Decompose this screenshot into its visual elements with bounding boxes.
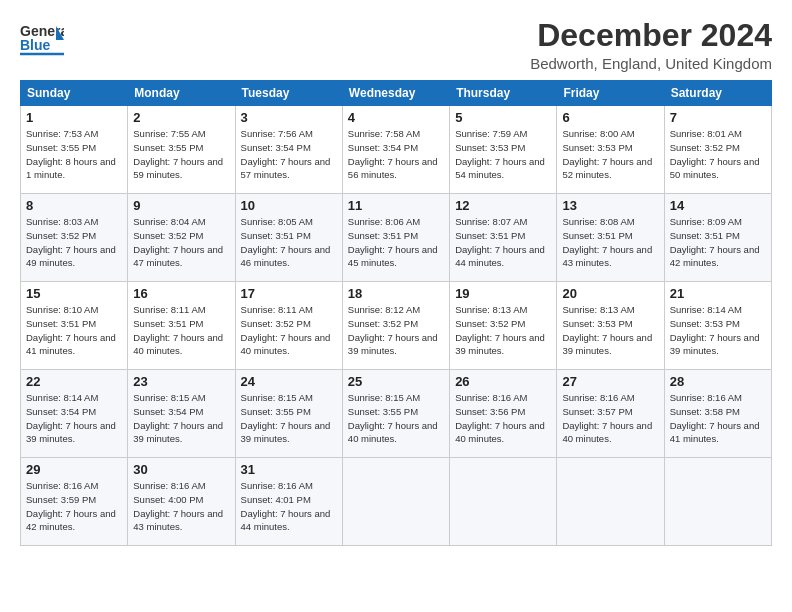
calendar-cell: 18Sunrise: 8:12 AMSunset: 3:52 PMDayligh… (342, 282, 449, 370)
calendar-cell: 8Sunrise: 8:03 AMSunset: 3:52 PMDaylight… (21, 194, 128, 282)
day-number: 29 (26, 462, 122, 477)
day-info: Sunrise: 8:04 AMSunset: 3:52 PMDaylight:… (133, 215, 229, 270)
calendar-header-tuesday: Tuesday (235, 81, 342, 106)
day-number: 12 (455, 198, 551, 213)
day-number: 16 (133, 286, 229, 301)
calendar-week-row: 22Sunrise: 8:14 AMSunset: 3:54 PMDayligh… (21, 370, 772, 458)
day-info: Sunrise: 8:06 AMSunset: 3:51 PMDaylight:… (348, 215, 444, 270)
calendar-cell (664, 458, 771, 546)
day-info: Sunrise: 8:14 AMSunset: 3:53 PMDaylight:… (670, 303, 766, 358)
day-info: Sunrise: 7:56 AMSunset: 3:54 PMDaylight:… (241, 127, 337, 182)
calendar-cell: 6Sunrise: 8:00 AMSunset: 3:53 PMDaylight… (557, 106, 664, 194)
day-info: Sunrise: 8:15 AMSunset: 3:55 PMDaylight:… (241, 391, 337, 446)
day-number: 19 (455, 286, 551, 301)
calendar-cell: 14Sunrise: 8:09 AMSunset: 3:51 PMDayligh… (664, 194, 771, 282)
day-info: Sunrise: 8:16 AMSunset: 4:00 PMDaylight:… (133, 479, 229, 534)
day-number: 27 (562, 374, 658, 389)
day-info: Sunrise: 8:15 AMSunset: 3:54 PMDaylight:… (133, 391, 229, 446)
day-number: 8 (26, 198, 122, 213)
calendar-header-wednesday: Wednesday (342, 81, 449, 106)
day-number: 21 (670, 286, 766, 301)
day-number: 20 (562, 286, 658, 301)
calendar-cell: 22Sunrise: 8:14 AMSunset: 3:54 PMDayligh… (21, 370, 128, 458)
calendar-cell (450, 458, 557, 546)
day-info: Sunrise: 8:03 AMSunset: 3:52 PMDaylight:… (26, 215, 122, 270)
calendar-cell: 5Sunrise: 7:59 AMSunset: 3:53 PMDaylight… (450, 106, 557, 194)
day-number: 31 (241, 462, 337, 477)
calendar-cell (342, 458, 449, 546)
calendar-cell: 20Sunrise: 8:13 AMSunset: 3:53 PMDayligh… (557, 282, 664, 370)
calendar-week-row: 29Sunrise: 8:16 AMSunset: 3:59 PMDayligh… (21, 458, 772, 546)
day-number: 25 (348, 374, 444, 389)
day-info: Sunrise: 8:14 AMSunset: 3:54 PMDaylight:… (26, 391, 122, 446)
calendar-cell: 19Sunrise: 8:13 AMSunset: 3:52 PMDayligh… (450, 282, 557, 370)
calendar-header-sunday: Sunday (21, 81, 128, 106)
day-number: 14 (670, 198, 766, 213)
calendar-cell: 29Sunrise: 8:16 AMSunset: 3:59 PMDayligh… (21, 458, 128, 546)
day-info: Sunrise: 8:01 AMSunset: 3:52 PMDaylight:… (670, 127, 766, 182)
day-info: Sunrise: 7:53 AMSunset: 3:55 PMDaylight:… (26, 127, 122, 182)
calendar-cell: 9Sunrise: 8:04 AMSunset: 3:52 PMDaylight… (128, 194, 235, 282)
calendar-week-row: 1Sunrise: 7:53 AMSunset: 3:55 PMDaylight… (21, 106, 772, 194)
day-info: Sunrise: 8:10 AMSunset: 3:51 PMDaylight:… (26, 303, 122, 358)
day-number: 13 (562, 198, 658, 213)
calendar-header-row: SundayMondayTuesdayWednesdayThursdayFrid… (21, 81, 772, 106)
calendar-cell: 11Sunrise: 8:06 AMSunset: 3:51 PMDayligh… (342, 194, 449, 282)
day-info: Sunrise: 8:11 AMSunset: 3:52 PMDaylight:… (241, 303, 337, 358)
title-block: December 2024 Bedworth, England, United … (530, 18, 772, 72)
day-info: Sunrise: 7:58 AMSunset: 3:54 PMDaylight:… (348, 127, 444, 182)
day-number: 23 (133, 374, 229, 389)
day-info: Sunrise: 8:11 AMSunset: 3:51 PMDaylight:… (133, 303, 229, 358)
day-number: 6 (562, 110, 658, 125)
day-number: 28 (670, 374, 766, 389)
day-number: 9 (133, 198, 229, 213)
day-number: 5 (455, 110, 551, 125)
calendar-cell: 17Sunrise: 8:11 AMSunset: 3:52 PMDayligh… (235, 282, 342, 370)
calendar-cell: 27Sunrise: 8:16 AMSunset: 3:57 PMDayligh… (557, 370, 664, 458)
day-number: 2 (133, 110, 229, 125)
day-number: 17 (241, 286, 337, 301)
day-number: 22 (26, 374, 122, 389)
logo: General Blue (20, 18, 64, 62)
day-number: 15 (26, 286, 122, 301)
day-info: Sunrise: 8:05 AMSunset: 3:51 PMDaylight:… (241, 215, 337, 270)
day-info: Sunrise: 8:16 AMSunset: 3:59 PMDaylight:… (26, 479, 122, 534)
day-info: Sunrise: 8:16 AMSunset: 4:01 PMDaylight:… (241, 479, 337, 534)
day-info: Sunrise: 8:12 AMSunset: 3:52 PMDaylight:… (348, 303, 444, 358)
calendar-cell: 31Sunrise: 8:16 AMSunset: 4:01 PMDayligh… (235, 458, 342, 546)
calendar-header-monday: Monday (128, 81, 235, 106)
calendar-table: SundayMondayTuesdayWednesdayThursdayFrid… (20, 80, 772, 546)
calendar-week-row: 8Sunrise: 8:03 AMSunset: 3:52 PMDaylight… (21, 194, 772, 282)
calendar-cell: 30Sunrise: 8:16 AMSunset: 4:00 PMDayligh… (128, 458, 235, 546)
svg-text:Blue: Blue (20, 37, 51, 53)
day-info: Sunrise: 8:16 AMSunset: 3:56 PMDaylight:… (455, 391, 551, 446)
page: General Blue December 2024 Bedworth, Eng… (0, 0, 792, 558)
day-info: Sunrise: 7:55 AMSunset: 3:55 PMDaylight:… (133, 127, 229, 182)
subtitle: Bedworth, England, United Kingdom (530, 55, 772, 72)
calendar-cell: 26Sunrise: 8:16 AMSunset: 3:56 PMDayligh… (450, 370, 557, 458)
day-number: 1 (26, 110, 122, 125)
calendar-week-row: 15Sunrise: 8:10 AMSunset: 3:51 PMDayligh… (21, 282, 772, 370)
day-number: 24 (241, 374, 337, 389)
day-number: 30 (133, 462, 229, 477)
calendar-header-saturday: Saturday (664, 81, 771, 106)
calendar-cell: 7Sunrise: 8:01 AMSunset: 3:52 PMDaylight… (664, 106, 771, 194)
day-number: 26 (455, 374, 551, 389)
day-number: 11 (348, 198, 444, 213)
day-number: 4 (348, 110, 444, 125)
day-info: Sunrise: 8:00 AMSunset: 3:53 PMDaylight:… (562, 127, 658, 182)
day-number: 7 (670, 110, 766, 125)
day-info: Sunrise: 8:16 AMSunset: 3:57 PMDaylight:… (562, 391, 658, 446)
day-info: Sunrise: 8:13 AMSunset: 3:52 PMDaylight:… (455, 303, 551, 358)
calendar-cell: 1Sunrise: 7:53 AMSunset: 3:55 PMDaylight… (21, 106, 128, 194)
calendar-cell: 24Sunrise: 8:15 AMSunset: 3:55 PMDayligh… (235, 370, 342, 458)
calendar-cell: 10Sunrise: 8:05 AMSunset: 3:51 PMDayligh… (235, 194, 342, 282)
day-number: 18 (348, 286, 444, 301)
calendar-cell: 2Sunrise: 7:55 AMSunset: 3:55 PMDaylight… (128, 106, 235, 194)
calendar-cell: 15Sunrise: 8:10 AMSunset: 3:51 PMDayligh… (21, 282, 128, 370)
day-info: Sunrise: 8:08 AMSunset: 3:51 PMDaylight:… (562, 215, 658, 270)
calendar-cell: 16Sunrise: 8:11 AMSunset: 3:51 PMDayligh… (128, 282, 235, 370)
calendar-cell: 3Sunrise: 7:56 AMSunset: 3:54 PMDaylight… (235, 106, 342, 194)
day-info: Sunrise: 8:07 AMSunset: 3:51 PMDaylight:… (455, 215, 551, 270)
main-title: December 2024 (530, 18, 772, 53)
